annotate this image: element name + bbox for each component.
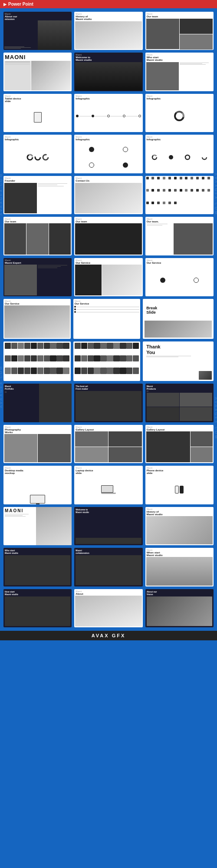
- slides-row-2: MAONI Maoni Welcome toMaoni studio: [3, 53, 214, 91]
- slide-who-dark[interactable]: Who startMaoni studio: [3, 548, 72, 586]
- slide-icons1[interactable]: [145, 176, 214, 214]
- slide-portfolio[interactable]: MaoniPortfolio 01: [3, 384, 72, 422]
- donut-row: [3, 141, 72, 173]
- slide-welcome2[interactable]: Welcome toMaoni studio: [74, 507, 142, 545]
- line1: [79, 116, 91, 116]
- slide-label: Maoni: [145, 466, 214, 469]
- slide-infographic2[interactable]: Maoni Infographic: [145, 94, 214, 132]
- arch-bg: [36, 507, 72, 545]
- slide-label: Maoni: [145, 217, 214, 220]
- slide-thank-you[interactable]: ThankYou: [143, 341, 214, 381]
- slide-label: Maoni: [3, 135, 72, 138]
- slide-label: Maoni: [3, 425, 72, 428]
- slide-phone[interactable]: Maoni Phone deviceslide: [145, 466, 214, 504]
- slide-maoni-title[interactable]: MAONI: [3, 53, 72, 91]
- team-person-photo: [174, 223, 213, 254]
- slide-contact[interactable]: Maoni Contact Us: [74, 176, 142, 214]
- dot1: [76, 115, 79, 117]
- vision-content: About ourVision: [145, 589, 214, 627]
- service-list: [73, 305, 141, 339]
- icon-donut1: [151, 154, 158, 160]
- slide-infographic5[interactable]: Maoni Infographic: [145, 135, 214, 173]
- slide-infographic4[interactable]: Maoni Infographic: [74, 135, 142, 173]
- slide-gallery1[interactable]: Maoni Gallery Layout: [74, 425, 142, 463]
- slide-team2[interactable]: Maoni Our team: [74, 217, 142, 255]
- slide-collab[interactable]: Maonicollaboration: [74, 548, 142, 586]
- slide-welcome[interactable]: Maoni Welcome toMaoni studio: [74, 53, 142, 91]
- slide-art[interactable]: The best artFrom maker: [74, 384, 142, 422]
- donut1: [26, 154, 33, 161]
- arch-area: [4, 61, 71, 90]
- maoni-logo: MAONI: [3, 53, 72, 60]
- slide-label: Maoni: [74, 135, 142, 138]
- thank-you-img: [145, 371, 212, 380]
- slide-label: Maoni: [3, 258, 72, 262]
- slide-title: Tablet deviceslide: [3, 97, 72, 103]
- donut-svg: [174, 111, 184, 121]
- slide-who-start[interactable]: Maoni Who startMaoni studio: [145, 53, 214, 91]
- line3: [110, 116, 122, 116]
- slide-icons2[interactable]: [3, 341, 71, 381]
- slide-desktop[interactable]: Maoni Desktop mediamockup: [3, 466, 72, 504]
- slide-title: Gallery Layout: [145, 428, 214, 431]
- slide-gallery2[interactable]: Maoni Gallery Layout: [145, 425, 214, 463]
- avax-footer: AVAX GFX: [0, 631, 217, 640]
- slide-about2[interactable]: Maoni About: [74, 589, 142, 627]
- art-img: [76, 391, 141, 421]
- icon1: [89, 147, 94, 152]
- slide-label: Maoni: [145, 135, 214, 138]
- monitor: [30, 495, 45, 504]
- gallery-dark-content: [146, 431, 213, 462]
- slide-service1[interactable]: Maoni Our Service: [74, 258, 142, 296]
- slide-title: Our team: [3, 220, 72, 223]
- slide-title: Maoni Expert: [3, 262, 72, 264]
- dot4: [123, 115, 125, 117]
- slide-maoni-arch[interactable]: MAONI: [3, 507, 72, 545]
- welcome2-content: Welcome toMaoni studio: [74, 507, 142, 545]
- gallery-grid: [75, 431, 141, 462]
- how-img: [5, 596, 70, 626]
- photo-content: [4, 434, 71, 462]
- slide-title: When startMaoni studio: [145, 551, 214, 557]
- text-lines: [4, 46, 38, 49]
- slide-expert[interactable]: Maoni Maoni Expert: [3, 258, 72, 296]
- break-content: BreakSlide: [145, 300, 212, 321]
- slide-service3[interactable]: Maoni Our Service: [3, 299, 71, 339]
- slide-our-team-hero[interactable]: Maoni Our team: [145, 12, 214, 50]
- vision-img: [147, 596, 212, 626]
- founder-photo: [4, 183, 37, 213]
- slide-service2[interactable]: Maoni Our Service: [145, 258, 214, 296]
- slide-when-start[interactable]: Maoni When startMaoni studio: [145, 548, 214, 586]
- slide-label: Maoni: [74, 176, 142, 179]
- slides-row-13: MAONI Welcome toMaoni studio Maoni: [3, 507, 214, 545]
- slide-history2[interactable]: Maoni History ofMaoni studio: [145, 507, 214, 545]
- service-arch: [102, 265, 141, 295]
- contact-arch: [75, 183, 141, 213]
- slide-laptop[interactable]: Maoni Laptop deviceslide: [74, 466, 142, 504]
- slide-founder[interactable]: Maoni Founder: [3, 176, 72, 214]
- laptop-base: [101, 493, 116, 494]
- slide-how-start[interactable]: How startMaoni studio: [3, 589, 72, 627]
- slide-photography[interactable]: Maoni PhotographyWorks: [3, 425, 72, 463]
- dot3: [107, 115, 110, 117]
- portfolio-content: MaoniPortfolio 01: [3, 384, 72, 422]
- slide-vision[interactable]: About ourVision: [145, 589, 214, 627]
- slide-infographic3[interactable]: Maoni Infographic: [3, 135, 72, 173]
- slide-about-mission[interactable]: Maoni About ourmission: [3, 12, 72, 50]
- history-arch-img: [146, 516, 213, 544]
- slide-infographic1[interactable]: Maoni Infographic: [74, 94, 142, 132]
- service-icons: [145, 264, 214, 296]
- welcome2-title: Welcome toMaoni studio: [76, 508, 141, 514]
- slide-history[interactable]: Maoni History ofMaoni studio: [74, 12, 142, 50]
- slide-tablet[interactable]: Maoni Tablet deviceslide: [3, 94, 72, 132]
- slides-row-10: MaoniPortfolio 01 The best artFrom maker…: [3, 384, 214, 422]
- slide-team3[interactable]: Maoni Our team.: [145, 217, 214, 255]
- slide-products[interactable]: MaoniProducts 02: [145, 384, 214, 422]
- service-photo: [75, 265, 102, 295]
- slide-icons3[interactable]: [73, 341, 141, 381]
- slide-service4[interactable]: Maoni Our Service: [73, 299, 141, 339]
- service-arch-bg: [4, 305, 70, 338]
- slide-team1[interactable]: Maoni Our team: [3, 217, 72, 255]
- slide-break[interactable]: BreakSlide: [143, 299, 214, 339]
- svg-point-11: [202, 155, 207, 159]
